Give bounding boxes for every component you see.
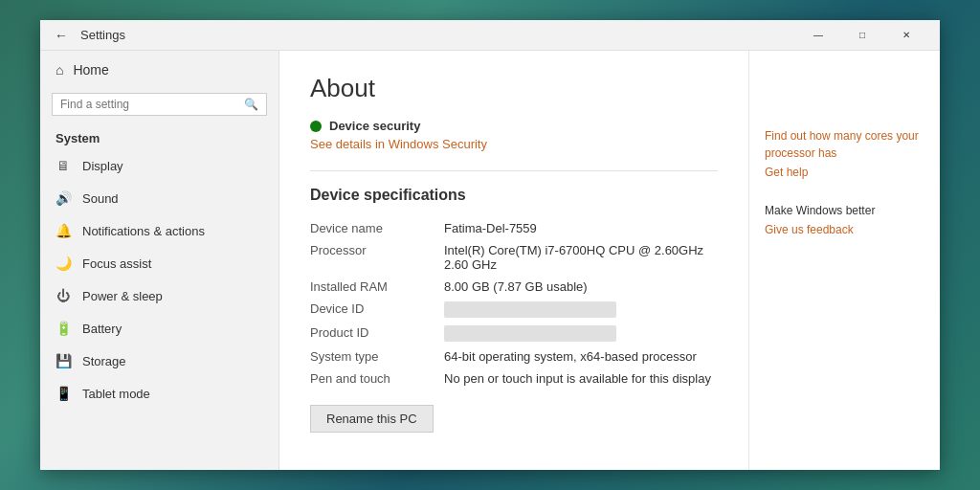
- search-box[interactable]: 🔍: [52, 93, 267, 116]
- spec-value-device-name: Fatima-Del-7559: [444, 221, 537, 235]
- back-button[interactable]: ←: [52, 26, 71, 45]
- back-icon: ←: [55, 28, 68, 43]
- sidebar-item-label-battery: Battery: [82, 322, 122, 336]
- spec-value-product-id: [444, 325, 616, 342]
- rename-button[interactable]: Rename this PC: [310, 405, 434, 433]
- see-details-link[interactable]: See details in Windows Security: [310, 137, 718, 151]
- battery-icon: 🔋: [56, 321, 71, 336]
- spec-label-device-name: Device name: [310, 221, 444, 235]
- sidebar-item-label-focus: Focus assist: [82, 256, 151, 271]
- spec-value-pen-touch: No pen or touch input is available for t…: [444, 371, 711, 386]
- tablet-icon: 📱: [56, 386, 71, 401]
- spec-value-ram: 8.00 GB (7.87 GB usable): [444, 279, 588, 294]
- sidebar-item-label-storage: Storage: [82, 354, 126, 368]
- spec-label-device-id: Device ID: [310, 301, 444, 318]
- window-title: Settings: [80, 28, 125, 42]
- sidebar-item-power[interactable]: ⏻ Power & sleep: [40, 279, 278, 312]
- home-label: Home: [73, 62, 108, 78]
- sidebar-item-display[interactable]: 🖥 Display: [40, 149, 278, 182]
- maximize-button[interactable]: □: [840, 20, 884, 51]
- sidebar-item-label-power: Power & sleep: [82, 289, 163, 303]
- link-feedback[interactable]: Give us feedback: [765, 221, 924, 238]
- sidebar-item-label-display: Display: [82, 159, 123, 173]
- main-area: ⌂ Home 🔍 System 🖥 Display 🔊 Sound 🔔 Noti…: [40, 51, 940, 470]
- sidebar: ⌂ Home 🔍 System 🖥 Display 🔊 Sound 🔔 Noti…: [40, 51, 279, 470]
- right-section-cores: Find out how many cores your processor h…: [765, 127, 924, 181]
- home-icon: ⌂: [56, 62, 63, 78]
- right-section-feedback: Make Windows better Give us feedback: [765, 204, 924, 238]
- spec-row-processor: Processor Intel(R) Core(TM) i7-6700HQ CP…: [310, 239, 718, 276]
- title-bar: ← Settings — □ ✕: [40, 20, 940, 51]
- sidebar-item-label-sound: Sound: [82, 191, 119, 206]
- sound-icon: 🔊: [56, 190, 71, 206]
- close-button[interactable]: ✕: [884, 20, 928, 51]
- device-security-label: Device security: [329, 119, 420, 133]
- sidebar-item-home[interactable]: ⌂ Home: [40, 51, 278, 89]
- search-icon: 🔍: [244, 98, 258, 111]
- divider: [310, 170, 718, 171]
- link-help[interactable]: Get help: [765, 164, 924, 181]
- security-status-dot: [310, 121, 322, 132]
- display-icon: 🖥: [56, 158, 71, 173]
- spec-value-device-id: [444, 301, 616, 318]
- settings-window: ← Settings — □ ✕ ⌂ Home 🔍 System 🖥 Displ…: [40, 20, 940, 470]
- spec-label-processor: Processor: [310, 243, 444, 272]
- sidebar-item-label-notifications: Notifications & actions: [82, 224, 205, 238]
- content-panel: About Device security See details in Win…: [279, 51, 748, 470]
- focus-icon: 🌙: [56, 256, 71, 271]
- spec-row-system-type: System type 64-bit operating system, x64…: [310, 345, 718, 368]
- spec-label-pen-touch: Pen and touch: [310, 371, 444, 386]
- spec-value-processor: Intel(R) Core(TM) i7-6700HQ CPU @ 2.60GH…: [444, 243, 703, 272]
- spec-label-product-id: Product ID: [310, 325, 444, 342]
- specs-section-title: Device specifications: [310, 187, 718, 204]
- spec-label-ram: Installed RAM: [310, 279, 444, 294]
- link-cores[interactable]: Find out how many cores your processor h…: [765, 127, 924, 162]
- spec-row-pen-touch: Pen and touch No pen or touch input is a…: [310, 368, 718, 390]
- sidebar-item-storage[interactable]: 💾 Storage: [40, 345, 278, 377]
- spec-label-system-type: System type: [310, 349, 444, 364]
- sidebar-item-sound[interactable]: 🔊 Sound: [40, 182, 278, 214]
- window-controls: — □ ✕: [796, 20, 928, 51]
- sidebar-item-notifications[interactable]: 🔔 Notifications & actions: [40, 214, 278, 247]
- spec-value-system-type: 64-bit operating system, x64-based proce…: [444, 349, 697, 364]
- right-section-feedback-title: Make Windows better: [765, 204, 924, 217]
- sidebar-item-focus[interactable]: 🌙 Focus assist: [40, 247, 278, 279]
- storage-icon: 💾: [56, 353, 71, 368]
- spec-row-device-name: Device name Fatima-Del-7559: [310, 217, 718, 239]
- minimize-button[interactable]: —: [796, 20, 840, 51]
- page-title: About: [310, 74, 718, 103]
- search-input[interactable]: [60, 98, 244, 111]
- sidebar-item-battery[interactable]: 🔋 Battery: [40, 312, 278, 345]
- right-panel: Find out how many cores your processor h…: [748, 51, 940, 470]
- spec-row-ram: Installed RAM 8.00 GB (7.87 GB usable): [310, 276, 718, 298]
- sidebar-section-system: System: [40, 123, 278, 149]
- sidebar-item-tablet[interactable]: 📱 Tablet mode: [40, 377, 278, 410]
- power-icon: ⏻: [56, 288, 71, 303]
- spec-row-product-id: Product ID: [310, 322, 718, 345]
- sidebar-item-label-tablet: Tablet mode: [82, 387, 150, 401]
- spec-row-device-id: Device ID: [310, 298, 718, 322]
- device-security-row: Device security: [310, 119, 718, 133]
- notifications-icon: 🔔: [56, 223, 71, 238]
